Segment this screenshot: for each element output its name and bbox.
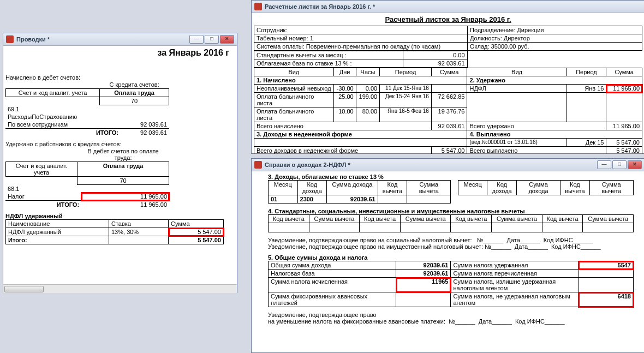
h-icode: Код дохода bbox=[297, 181, 327, 195]
ms-92039: 92039.61 bbox=[327, 195, 378, 204]
val-5547: 5547 bbox=[579, 261, 633, 270]
r-ndfl: НДФЛ bbox=[467, 85, 567, 93]
val-11965-slip: 11 965.00 bbox=[606, 85, 642, 93]
window-2ndfl: Справки о доходах 2-НДФЛ * — □ ✕ 3. Дохо… bbox=[251, 158, 644, 353]
col-pay2: Оплата труда bbox=[77, 162, 169, 177]
r-sick2: Оплата больничного листа bbox=[254, 107, 334, 122]
r-abs: Неоплачиваемый невыход bbox=[254, 85, 334, 93]
h-dsum: Сумма вычета bbox=[407, 181, 451, 195]
period-title: за Январь 2016 г bbox=[5, 48, 235, 58]
doc-title: Расчетный листок за Январь 2016 г. bbox=[254, 15, 642, 23]
base-val: 92 039.61 bbox=[403, 59, 467, 68]
h-sum2: Сумма bbox=[606, 68, 642, 76]
content-2ndfl: 3. Доходы, облагаемые по ставке 13 % Мес… bbox=[252, 171, 644, 353]
row-691: 69.1 bbox=[5, 105, 121, 113]
note1: Уведомление, подтверждающее право на соц… bbox=[268, 237, 642, 243]
val-92039: 92 039.61 bbox=[121, 121, 169, 129]
h-type: Вид bbox=[254, 68, 334, 76]
r-taxover: Сумма налога, излишне удержанная налогов… bbox=[451, 278, 579, 292]
r-totpaid: Всего выплачено bbox=[467, 147, 606, 154]
row-salary: Оклад: 35000.00 руб. bbox=[468, 43, 642, 51]
scrollbar-h[interactable] bbox=[3, 284, 237, 293]
col-name: Наименование bbox=[6, 220, 109, 228]
app-icon-3 bbox=[254, 161, 262, 169]
titlebar-payslip[interactable]: Расчетные листки за Январь 2016 г. * bbox=[252, 1, 644, 13]
close-button-3[interactable]: ✕ bbox=[628, 160, 642, 169]
debit-header: В дебет счетов по оплате труда: bbox=[77, 147, 169, 162]
content-payslip: Расчетный листок за Январь 2016 г. Сотру… bbox=[252, 13, 644, 154]
col-account2: Счет и код аналит. учета bbox=[6, 162, 77, 177]
h-days: Дни bbox=[333, 68, 356, 76]
sec-accrued: 1. Начислено bbox=[254, 76, 467, 85]
ndfl-title: НДФЛ удержанный bbox=[5, 213, 235, 219]
row-dept: Подразделение: Дирекция bbox=[468, 26, 642, 34]
itogo-label: ИТОГО: bbox=[5, 129, 121, 137]
note3b: на уменьшение налога на фиксированные ав… bbox=[268, 318, 642, 325]
row-allemp: По всем сотрудникам bbox=[5, 121, 121, 129]
r-taxwith: Сумма налога удержанная bbox=[451, 261, 579, 270]
titlebar-postings[interactable]: Проводки * — □ ✕ bbox=[3, 33, 237, 46]
minimize-button-3[interactable]: — bbox=[597, 160, 611, 169]
title-text-3: Справки о доходах 2-НДФЛ * bbox=[265, 161, 594, 168]
note2: Уведомление, подтверждающее право на иму… bbox=[268, 243, 642, 250]
sec5-title: 5. Общие суммы дохода и налога bbox=[268, 254, 642, 261]
r-taxbase: Налоговая база bbox=[269, 270, 396, 278]
app-icon-2 bbox=[254, 3, 262, 10]
h-sum: Сумма bbox=[431, 68, 467, 76]
col-sum: Сумма bbox=[169, 220, 224, 228]
acc-70b: 70 bbox=[77, 177, 169, 185]
itogo3-label: Итого: bbox=[6, 236, 109, 244]
stdded-val: 0.00 bbox=[403, 51, 467, 59]
h-month: Месяц bbox=[269, 181, 298, 195]
m-01: 01 bbox=[269, 195, 298, 204]
h-type2: Вид bbox=[467, 68, 567, 76]
maximize-button[interactable]: □ bbox=[205, 35, 219, 44]
base-label: Облагаемая база по ставке 13 % : bbox=[254, 59, 403, 68]
maximize-button-3[interactable]: □ bbox=[612, 160, 627, 169]
row-tabnum: Табельный номер: 1 bbox=[254, 34, 468, 43]
itogo-val: 92 039.61 bbox=[121, 129, 169, 137]
itogo2-val: 11 965.00 bbox=[81, 201, 169, 209]
mc-2300: 2300 bbox=[297, 195, 327, 204]
val-11965-tax: 11 965.00 bbox=[81, 193, 169, 201]
r-ved: (вед.№000001 от 13.01.16) bbox=[467, 139, 567, 147]
acc-70: 70 bbox=[100, 97, 169, 105]
sec-inkind: 3. Доходы в неденежной форме bbox=[254, 130, 467, 139]
sec4-title: 4. Стандартные, социальные, инвестиционн… bbox=[268, 208, 642, 214]
r-notwith: Сумма налога, не удержанная налоговым аг… bbox=[451, 292, 579, 307]
close-button[interactable]: ✕ bbox=[220, 35, 234, 44]
title-text: Проводки * bbox=[16, 36, 187, 43]
sec-paid: 4. Выплачено bbox=[467, 130, 642, 139]
window-payslip: Расчетные листки за Январь 2016 г. * Рас… bbox=[251, 0, 644, 154]
row-paysys: Система оплаты: Повременно-премиальная п… bbox=[254, 43, 468, 51]
h-period: Период bbox=[380, 68, 432, 76]
window-postings: Проводки * — □ ✕ за Январь 2016 г Начисл… bbox=[3, 33, 237, 293]
col-rate: Ставка bbox=[109, 220, 169, 228]
r-advance: Сумма фиксированных авансовых платежей bbox=[269, 292, 396, 307]
col-pay: Оплата труда bbox=[100, 89, 169, 97]
row-rate: 13%, 30% bbox=[109, 228, 169, 236]
credit-header: С кредита счетов: bbox=[100, 81, 169, 89]
sec-withheld: 2. Удержано bbox=[467, 76, 642, 85]
titlebar-2ndfl[interactable]: Справки о доходах 2-НДФЛ * — □ ✕ bbox=[252, 159, 644, 171]
note3a: Уведомление, подтверждающее право bbox=[268, 312, 642, 318]
h-hours: Часы bbox=[356, 68, 380, 76]
title-text-2: Расчетные листки за Январь 2016 г. * bbox=[265, 3, 642, 10]
val-5547-ndfl: 5 547.00 bbox=[169, 228, 224, 236]
row-emp: Сотрудник: bbox=[254, 26, 468, 34]
section1-title: Начислено в дебет счетов: bbox=[5, 74, 235, 81]
content-postings: за Январь 2016 г Начислено в дебет счето… bbox=[3, 46, 237, 293]
row-pos: Должность: Директор bbox=[468, 34, 642, 43]
app-icon bbox=[6, 35, 14, 43]
r-taxpaid: Сумма налога перечисленная bbox=[451, 270, 579, 278]
row-ndfl: НДФЛ удержанный bbox=[6, 228, 109, 236]
section2-title: Удержано с работников с кредита счетов: bbox=[5, 141, 235, 147]
minimize-button[interactable]: — bbox=[189, 35, 204, 44]
r-totwith: Всего удержано bbox=[467, 122, 606, 130]
itogo3-val: 5 547.00 bbox=[169, 236, 224, 244]
r-totinc: Общая сумма дохода bbox=[269, 261, 396, 270]
val-6418: 6418 bbox=[579, 292, 633, 307]
row-681: 68.1 bbox=[5, 185, 81, 193]
row-tax: Налог bbox=[5, 193, 81, 201]
itogo2-label: ИТОГО: bbox=[5, 201, 81, 209]
